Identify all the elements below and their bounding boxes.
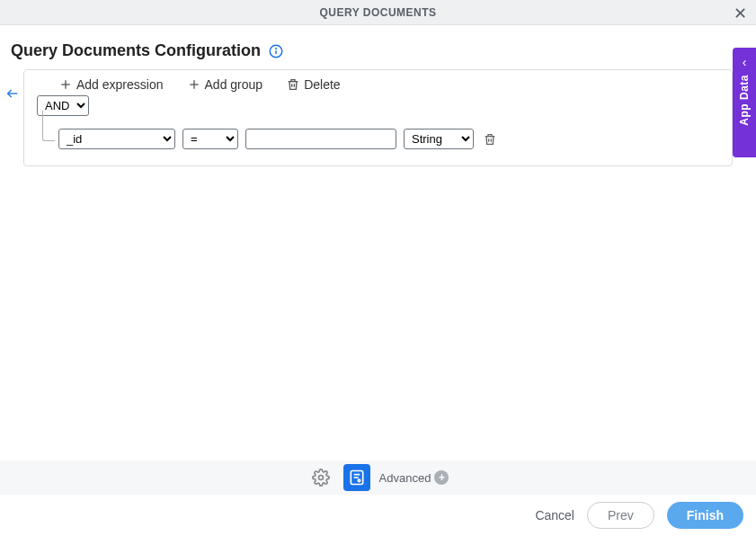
plus-icon (187, 77, 201, 92)
query-toolbar: Add expression Add group Delete (37, 77, 719, 92)
svg-point-2 (276, 48, 277, 49)
back-arrow-button[interactable] (4, 86, 22, 103)
svg-point-12 (358, 479, 360, 482)
query-builder-box: Add expression Add group Delete AND _id … (23, 69, 733, 166)
page-title-row: Query Documents Configuration (0, 25, 756, 69)
settings-button[interactable] (307, 464, 334, 491)
prev-button[interactable]: Prev (587, 502, 654, 529)
row-delete-button[interactable] (481, 130, 499, 148)
delete-label: Delete (304, 77, 340, 92)
trash-icon (286, 77, 300, 92)
chevron-left-icon: ‹ (743, 55, 747, 69)
value-input[interactable] (245, 129, 396, 149)
bottom-toolbar: Advanced + (0, 460, 756, 495)
trash-icon (483, 132, 497, 147)
app-data-tab-label: App Data (738, 75, 751, 126)
add-group-label: Add group (205, 77, 263, 92)
expression-row: _id = String (58, 129, 719, 149)
gear-icon (312, 469, 330, 487)
plus-icon (58, 77, 73, 92)
svg-point-8 (318, 476, 323, 480)
cancel-button[interactable]: Cancel (535, 508, 574, 523)
add-expression-label: Add expression (76, 77, 164, 92)
footer-row: Cancel Prev Finish (0, 495, 756, 536)
close-icon: ✕ (734, 4, 747, 22)
header-title: QUERY DOCUMENTS (319, 6, 436, 19)
header-bar: QUERY DOCUMENTS ✕ (0, 0, 756, 25)
advanced-toggle[interactable]: Advanced + (379, 470, 449, 485)
tree-connector-line (42, 111, 55, 141)
field-select[interactable]: _id (58, 129, 175, 149)
view-mode-button[interactable] (343, 464, 370, 491)
document-query-icon (348, 469, 366, 487)
plus-circle-icon: + (434, 470, 449, 485)
page-title: Query Documents Configuration (11, 41, 261, 60)
delete-button[interactable]: Delete (286, 77, 340, 92)
close-button[interactable]: ✕ (734, 4, 747, 23)
app-data-tab[interactable]: ‹ App Data (733, 48, 756, 157)
add-group-button[interactable]: Add group (187, 77, 263, 92)
advanced-label-text: Advanced (379, 471, 431, 485)
info-icon[interactable] (268, 43, 284, 59)
finish-button[interactable]: Finish (667, 502, 743, 529)
operator-select[interactable]: = (182, 129, 238, 149)
add-expression-button[interactable]: Add expression (58, 77, 164, 92)
type-select[interactable]: String (404, 129, 474, 149)
